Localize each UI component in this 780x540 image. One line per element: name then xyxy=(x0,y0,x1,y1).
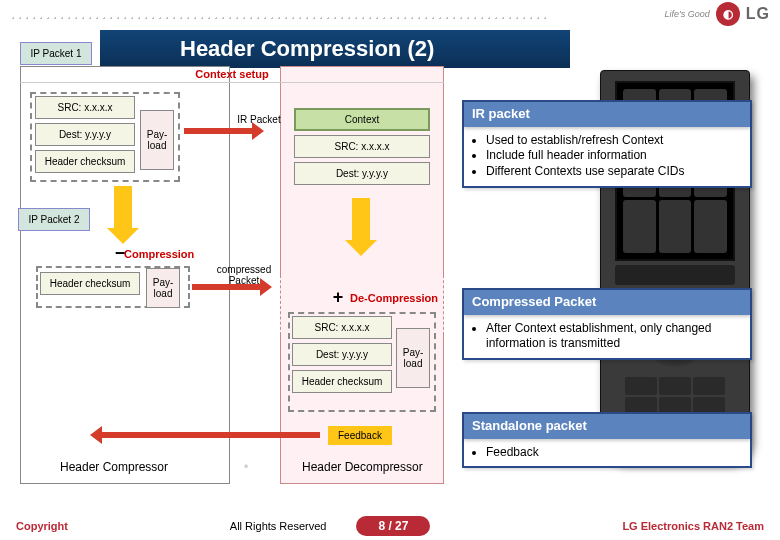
minus-icon: − xyxy=(112,246,128,262)
callout-compressed-packet: Compressed Packet After Context establis… xyxy=(462,288,752,360)
callout-cp-title: Compressed Packet xyxy=(464,290,750,315)
callout-ir-title: IR packet xyxy=(464,102,750,127)
page-title: Header Compression (2) xyxy=(100,30,570,68)
packet1-payload: Pay- load xyxy=(140,110,174,170)
compressed-packet-label: compressed Packet xyxy=(204,264,284,286)
footer-rights: All Rights Reserved xyxy=(230,520,327,532)
arrow-down-left-1 xyxy=(114,186,132,230)
brand-area: Life's Good ◐ LG xyxy=(665,2,770,26)
feedback-box: Feedback xyxy=(328,426,392,445)
lg-logo-icon: ◐ xyxy=(716,2,740,26)
decompression-label: De-Compression xyxy=(350,292,438,304)
footer-copyright: Copyright xyxy=(16,520,68,532)
ir-bullet-2: Include full header information xyxy=(486,148,742,164)
callout-ir-packet: IR packet Used to establish/refresh Cont… xyxy=(462,100,752,188)
ir-bullet-3: Different Contexts use separate CIDs xyxy=(486,164,742,180)
header-compressor-label: Header Compressor xyxy=(60,460,168,474)
packet1-dest: Dest: y.y.y.y xyxy=(35,123,135,146)
reassembled-payload: Pay- load xyxy=(396,328,430,388)
packet2-payload: Pay- load xyxy=(146,268,180,308)
context-box: Context xyxy=(294,108,430,131)
header-decompressor-label: Header Decompressor xyxy=(302,460,423,474)
packet2-checksum: Header checksum xyxy=(40,272,140,295)
footer: Copyright All Rights Reserved 8 / 27 LG … xyxy=(0,512,780,540)
plus-icon: + xyxy=(330,290,346,306)
ip-packet-2-label: IP Packet 2 xyxy=(18,208,90,231)
bullet-dot: • xyxy=(244,460,248,474)
phone-nav xyxy=(615,265,735,285)
brand-tagline: Life's Good xyxy=(665,9,710,19)
packet1-checksum: Header checksum xyxy=(35,150,135,173)
cp-bullet-1: After Context establishment, only change… xyxy=(486,321,742,352)
sp-bullet-1: Feedback xyxy=(486,445,742,461)
lg-logo-text: LG xyxy=(746,5,770,23)
packet1-header-fields: SRC: x.x.x.x Dest: y.y.y.y Header checks… xyxy=(35,96,135,173)
reassembled-checksum: Header checksum xyxy=(292,370,392,393)
arrow-down-right-1 xyxy=(352,198,370,242)
reassembled-dest: Dest: y.y.y.y xyxy=(292,343,392,366)
page-indicator: 8 / 27 xyxy=(356,516,430,536)
callout-sp-title: Standalone packet xyxy=(464,414,750,439)
arrow-to-ir-packet xyxy=(184,128,254,134)
ir-bullet-1: Used to establish/refresh Context xyxy=(486,133,742,149)
reassembled-src: SRC: x.x.x.x xyxy=(292,316,392,339)
compression-label: Compression xyxy=(124,248,194,260)
decorative-dots xyxy=(10,15,550,23)
callout-standalone-packet: Standalone packet Feedback xyxy=(462,412,752,468)
footer-team: LG Electronics RAN2 Team xyxy=(622,520,764,532)
ip-packet-1-label: IP Packet 1 xyxy=(20,42,92,65)
phase-context-setup: Context setup xyxy=(20,66,444,83)
context-stack: Context SRC: x.x.x.x Dest: y.y.y.y xyxy=(294,108,430,185)
packet1-src: SRC: x.x.x.x xyxy=(35,96,135,119)
feedback-arrow xyxy=(100,432,320,438)
context-src: SRC: x.x.x.x xyxy=(294,135,430,158)
ir-packet-label: IR Packet xyxy=(234,114,284,125)
context-dest: Dest: y.y.y.y xyxy=(294,162,430,185)
packet2-fields: Header checksum xyxy=(40,272,140,295)
reassembled-fields: SRC: x.x.x.x Dest: y.y.y.y Header checks… xyxy=(292,316,392,393)
